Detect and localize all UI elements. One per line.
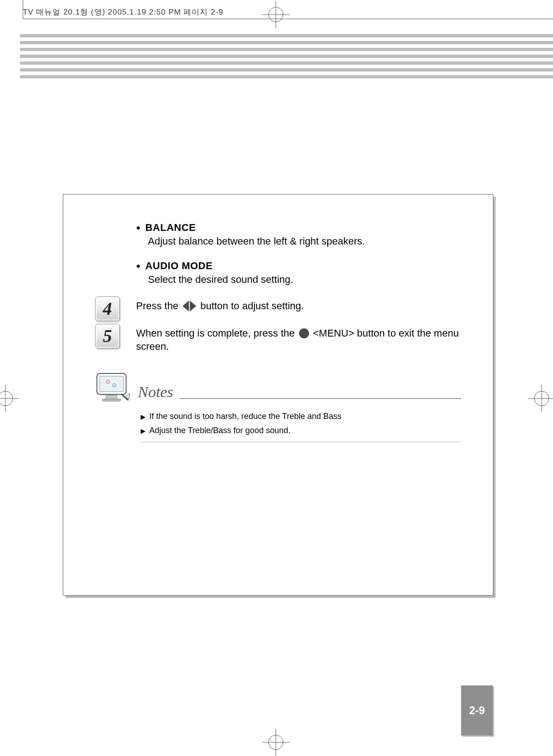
crop-line [23,0,23,19]
monitor-icon [95,372,132,403]
note-line: Adjust the Treble/Bass for good sound. [141,426,461,435]
text: When setting is complete, press the [136,327,298,339]
svg-rect-14 [106,395,117,399]
svg-rect-15 [102,399,121,401]
registration-mark-icon [262,1,289,28]
bullet-desc: Adjust balance between the left & right … [148,235,461,247]
step-4: 4 Press the button to adjust setting. [95,299,461,313]
notes-heading: Notes [138,383,173,403]
step-number-badge: 5 [95,324,120,348]
divider [179,398,461,399]
text: button to adjust setting. [200,300,304,312]
left-right-arrow-icon [183,301,196,312]
bullet-audio-mode: AUDIO MODE Select the desired sound sett… [136,260,461,286]
manual-page: TV 매뉴얼 20.1형 (영) 2005.1.19 2:50 PM 페이지 2… [0,0,553,756]
page-number: 2-9 [469,704,485,717]
bullet-balance: BALANCE Adjust balance between the left … [136,222,461,247]
registration-mark-icon [262,729,289,756]
divider [141,442,461,442]
header-stripe-band [20,34,553,80]
bullet-title: BALANCE [136,222,461,234]
bullet-desc: Select the desired sound setting. [148,274,461,286]
print-meta-header: TV 매뉴얼 20.1형 (영) 2005.1.19 2:50 PM 페이지 2… [23,7,223,17]
step-text: Press the button to adjust setting. [136,299,461,313]
svg-point-16 [106,380,110,383]
registration-mark-icon [0,385,19,412]
content-frame: BALANCE Adjust balance between the left … [63,194,493,595]
step-5: 5 When setting is complete, press the <M… [95,327,461,353]
note-line: If the sound is too harsh, reduce the Tr… [141,412,461,421]
text: Press the [136,300,181,312]
notes-section: Notes If the sound is too harsh, reduce … [95,372,461,442]
bullet-title: AUDIO MODE [136,260,461,272]
registration-mark-icon [528,385,553,412]
svg-point-17 [112,383,116,387]
menu-button-icon [299,328,309,338]
page-number-tab: 2-9 [461,685,493,736]
svg-rect-13 [100,376,123,392]
step-number-badge: 4 [95,296,120,321]
step-text: When setting is complete, press the <MEN… [136,327,461,353]
